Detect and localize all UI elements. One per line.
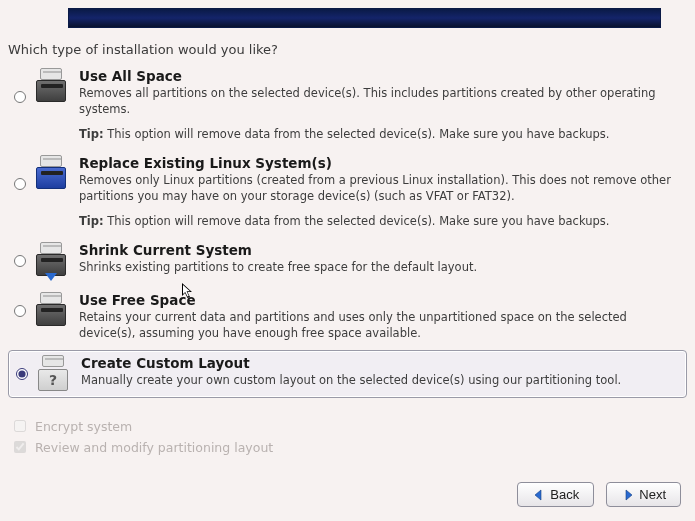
option-desc: Retains your current data and partitions… <box>79 310 680 341</box>
disk-blue-icon <box>29 155 73 191</box>
arrow-left-icon <box>532 488 546 502</box>
radio-shrink-current[interactable] <box>14 255 26 267</box>
option-desc: Shrinks existing partitions to create fr… <box>79 260 680 276</box>
encrypt-system-checkbox[interactable] <box>14 420 26 432</box>
radio-create-custom[interactable] <box>16 368 28 380</box>
option-desc: Manually create your own custom layout o… <box>81 373 674 389</box>
option-replace-linux[interactable]: Replace Existing Linux System(s) Removes… <box>8 150 687 235</box>
option-use-free-space[interactable]: Use Free Space Retains your current data… <box>8 287 687 348</box>
option-title: Create Custom Layout <box>81 355 674 371</box>
review-layout-checkbox[interactable] <box>14 441 26 453</box>
radio-use-all-space[interactable] <box>14 91 26 103</box>
option-shrink-current[interactable]: Shrink Current System Shrinks existing p… <box>8 237 687 285</box>
next-label: Next <box>639 487 666 502</box>
disk-icon <box>29 292 73 328</box>
option-use-all-space[interactable]: Use All Space Removes all partitions on … <box>8 63 687 148</box>
next-button[interactable]: Next <box>606 482 681 507</box>
extra-options: Encrypt system Review and modify partiti… <box>10 414 273 459</box>
disk-icon <box>29 68 73 104</box>
back-label: Back <box>550 487 579 502</box>
option-desc: Removes all partitions on the selected d… <box>79 86 680 117</box>
encrypt-system-row[interactable]: Encrypt system <box>10 417 273 435</box>
review-layout-row[interactable]: Review and modify partitioning layout <box>10 438 273 456</box>
option-desc: Removes only Linux partitions (created f… <box>79 173 680 204</box>
footer-buttons: Back Next <box>517 482 681 507</box>
option-create-custom[interactable]: ? Create Custom Layout Manually create y… <box>8 350 687 398</box>
option-title: Use Free Space <box>79 292 680 308</box>
option-tip: Tip: This option will remove data from t… <box>79 127 680 141</box>
option-tip: Tip: This option will remove data from t… <box>79 214 680 228</box>
arrow-right-icon <box>621 488 635 502</box>
tip-label: Tip: <box>79 127 104 141</box>
review-layout-label: Review and modify partitioning layout <box>35 440 273 455</box>
installation-options-group: Use All Space Removes all partitions on … <box>8 63 687 398</box>
radio-replace-linux[interactable] <box>14 178 26 190</box>
back-button[interactable]: Back <box>517 482 594 507</box>
option-title: Use All Space <box>79 68 680 84</box>
installation-type-question: Which type of installation would you lik… <box>8 42 695 57</box>
option-title: Replace Existing Linux System(s) <box>79 155 680 171</box>
disk-shrink-icon <box>29 242 73 278</box>
radio-use-free-space[interactable] <box>14 305 26 317</box>
tip-text: This option will remove data from the se… <box>107 214 609 228</box>
header-banner <box>68 8 661 28</box>
tip-label: Tip: <box>79 214 104 228</box>
question-icon: ? <box>31 355 75 391</box>
option-title: Shrink Current System <box>79 242 680 258</box>
encrypt-system-label: Encrypt system <box>35 419 132 434</box>
tip-text: This option will remove data from the se… <box>107 127 609 141</box>
